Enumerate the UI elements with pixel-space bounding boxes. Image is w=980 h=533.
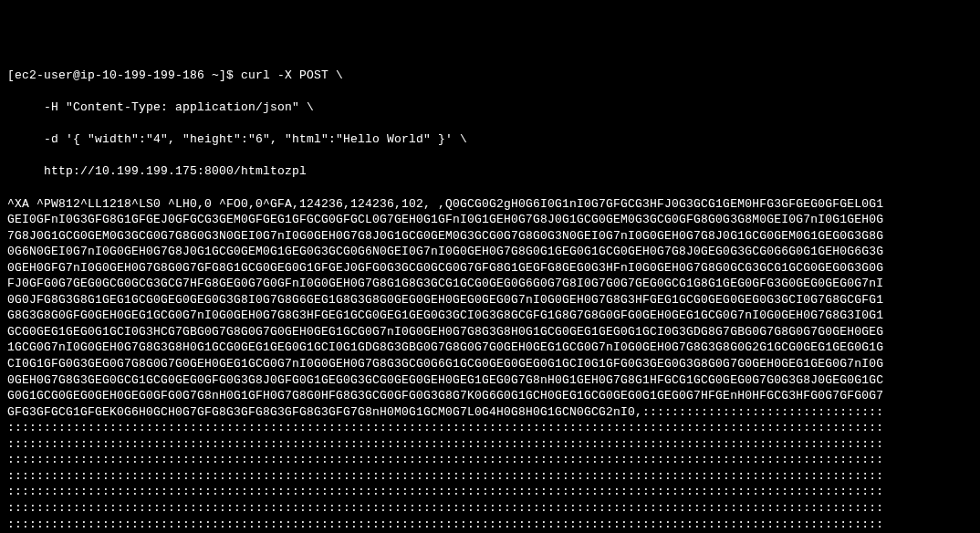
output-line: ::::::::::::::::::::::::::::::::::::::::… [7,452,973,468]
output-line: ::::::::::::::::::::::::::::::::::::::::… [7,484,973,500]
output-line: GFG3GFGCG1GFGEK0G6H0GCH0G7GFG8G3GFG8G3GF… [7,404,973,421]
output-line: ::::::::::::::::::::::::::::::::::::::::… [7,436,973,453]
output-line: ^XA ^PW812^LL1218^LS0 ^LH0,0 ^FO0,0^GFA,… [7,196,973,213]
output-line: 0G6N0GEI0G7nI0G0GEH0G7G8J0G1GCG0GEM0G1GE… [7,244,973,260]
output-line: GCG0GEG1GEG0G1GCI0G3HCG7GBG0G7G8G0G7G0GE… [7,324,973,340]
output-line: GEI0GFnI0G3GFG8G1GFGEJ0GFGCG3GEM0GFGEG1G… [7,212,973,228]
output-line: 0GEH0GFG7nI0G0GEH0G7G8G0G7GFG8G1GCG0GEG0… [7,260,973,277]
output-line: G8G3G8G0GFG0GEH0GEG1GCG0G7nI0G0GEH0G7G8G… [7,308,973,324]
output-line: ::::::::::::::::::::::::::::::::::::::::… [7,420,973,436]
output-line: FJ0GFG0G7GEG0GCG0GCG3GCG7HFG8GEG0G7G0GFn… [7,276,973,292]
output-line: 1GCG0G7nI0G0GEH0G7G8G3G8H0G1GCG0GEG1GEG0… [7,340,973,356]
output-line: 0GEH0G7G8G3GEG0GCG1GCG0GEG0GFG0G3G8J0GFG… [7,372,973,389]
output-line: 7G8J0G1GCG0GEM0G3GCG0G7G8G0G3N0GEI0G7nI0… [7,228,973,245]
output-line: ::::::::::::::::::::::::::::::::::::::::… [7,468,973,485]
command-line-1: [ec2-user@ip-10-199-199-186 ~]$ curl -X … [7,68,973,84]
output-line: 0G0JFG8G3G8G1GEG1GCG0GEG0GEG0G3G8I0G7G8G… [7,292,973,308]
output-line: ::::::::::::::::::::::::::::::::::::::::… [7,517,973,533]
command-line-4: http://10.199.199.175:8000/htmltozpl [7,163,973,180]
cmd-text-1: curl -X POST \ [241,68,343,82]
output-line: ::::::::::::::::::::::::::::::::::::::::… [7,500,973,517]
shell-prompt: [ec2-user@ip-10-199-199-186 ~]$ [7,68,241,82]
command-line-3: -d '{ "width":"4", "height":"6", "html":… [7,131,973,148]
command-line-2: -H "Content-Type: application/json" \ [7,99,973,116]
command-output: ^XA ^PW812^LL1218^LS0 ^LH0,0 ^FO0,0^GFA,… [7,196,973,533]
output-line: CI0G1GFG0G3GEG0G7G8G0G7G0GEH0GEG1GCG0G7n… [7,356,973,372]
output-line: G0G1GCG0GEG0GEH0GEG0GFG0G7G8nH0G1GFH0G7G… [7,388,973,404]
